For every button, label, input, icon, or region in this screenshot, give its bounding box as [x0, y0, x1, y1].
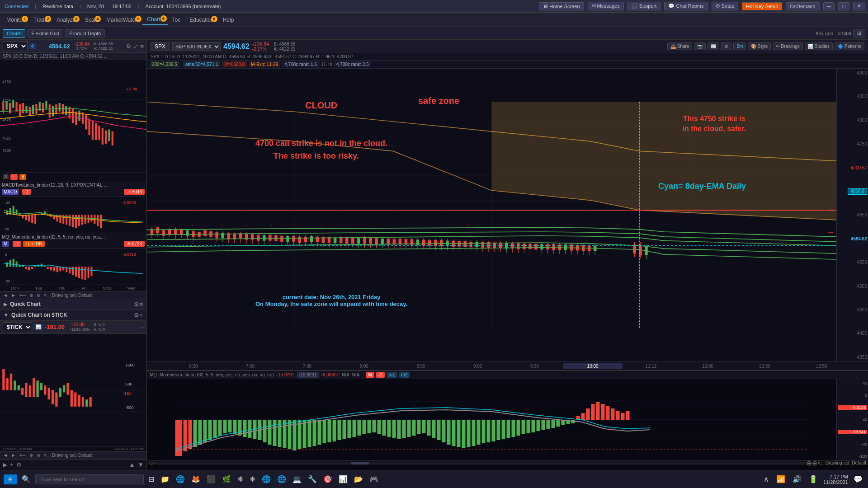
zoom-in-btn[interactable]: ⊕	[28, 292, 34, 298]
minimize-btn[interactable]: ─	[823, 2, 835, 10]
stick-prev-btn[interactable]: ◄	[2, 452, 9, 458]
chat-rooms-btn[interactable]: 💬 Chat Rooms	[664, 2, 708, 10]
collapse-down-icon[interactable]: ▼	[138, 461, 144, 468]
stick-next-btn[interactable]: ►	[10, 452, 17, 458]
stick-scroll-btn[interactable]: ⟵	[18, 452, 27, 458]
settings-icon[interactable]: ⚙	[126, 43, 132, 50]
nav-scan[interactable]: Scan4	[80, 15, 102, 25]
tf-2m-btn[interactable]: 2m	[733, 42, 746, 50]
messages-btn[interactable]: ✉ Messages	[588, 2, 624, 10]
product-depth-tab[interactable]: Product Depth	[65, 29, 105, 38]
nav-analyze[interactable]: Analyze3	[52, 15, 80, 25]
nav-help[interactable]: Help	[218, 15, 239, 25]
search-input[interactable]	[35, 474, 144, 484]
momentum-mini-chart[interactable]: -5.0723 -50 0	[0, 249, 146, 285]
nav-education[interactable]: Education8	[185, 15, 218, 25]
qc-stick-menu-icon[interactable]: ≡	[139, 312, 143, 319]
app10-icon[interactable]: 📂	[352, 474, 365, 484]
chart-expand-btn[interactable]: ⤢	[152, 460, 156, 465]
app11-icon[interactable]: 🎮	[368, 474, 380, 484]
on-demand-btn[interactable]: OnDemand	[786, 2, 819, 10]
battery-icon[interactable]: 🔋	[807, 474, 820, 484]
maximize-btn[interactable]: □	[838, 2, 849, 10]
stick-symbol-select[interactable]: $TICK	[3, 322, 32, 332]
stick-zoom-in-btn[interactable]: ⊕	[28, 452, 34, 458]
svg-rect-69	[75, 215, 77, 228]
notification-icon[interactable]: 💬	[852, 474, 864, 484]
stick-settings-icon[interactable]: ≡	[140, 324, 144, 330]
symbol-select[interactable]: SPX	[3, 41, 28, 51]
prev-btn[interactable]: ◄	[2, 292, 9, 298]
sys-tray-icon[interactable]: ∧	[762, 474, 771, 484]
patterns-btn[interactable]: 🔷 Patterns	[835, 42, 864, 50]
setup-btn[interactable]: ⚙ Setup	[712, 2, 739, 10]
app7-icon[interactable]: 🔧	[306, 474, 319, 484]
stick-mini-chart[interactable]: 1500 500 -181 -500	[0, 334, 146, 447]
momentum-svg: -5.0723 -50 0	[0, 249, 146, 285]
play-icon[interactable]: ▶	[3, 461, 7, 468]
main-symbol-select[interactable]: S&P 500 INDEX	[172, 42, 221, 51]
hotkey-setup-btn[interactable]: Hot Key Setup	[742, 2, 782, 10]
explorer-icon[interactable]: 📁	[159, 474, 171, 484]
camera-btn[interactable]: 📷	[694, 42, 706, 50]
app8-icon[interactable]: 🎯	[321, 474, 334, 484]
app4-icon[interactable]: 🌐	[260, 474, 273, 484]
settings-gear-icon[interactable]: ⚙	[16, 461, 22, 468]
chart-cursor-btn[interactable]: ↖	[817, 460, 822, 466]
settings-btn[interactable]: ⚙	[721, 42, 731, 50]
support-btn[interactable]: 🎧 Support	[627, 2, 661, 10]
edge-icon[interactable]: 🌐	[174, 474, 187, 484]
terminal-icon[interactable]: ⬛	[205, 474, 217, 484]
start-button[interactable]: ⊞	[4, 474, 17, 484]
app1-icon[interactable]: 🌿	[220, 474, 233, 484]
cursor-btn[interactable]: ↖	[42, 292, 49, 298]
firefox-icon[interactable]: 🦊	[189, 474, 202, 484]
bottom-scrollbar[interactable]: ◁ ⤢ ⊕ ⊖ ↖ Drawing set: Default	[147, 460, 868, 465]
app9-icon[interactable]: 📊	[337, 474, 349, 484]
add-icon[interactable]: +	[10, 461, 14, 468]
flexible-grid-tab[interactable]: Flexible Grid	[27, 29, 63, 38]
app2-icon[interactable]: ❄	[236, 474, 245, 484]
app6-icon[interactable]: 💻	[291, 474, 303, 484]
expand-up-icon[interactable]: ▲	[129, 461, 135, 468]
next-btn[interactable]: ►	[10, 292, 17, 298]
scroll-thumb[interactable]	[351, 462, 369, 465]
quick-chart-stick-section[interactable]: ▼ Quick Chart on $TICK ⚙ ≡	[0, 310, 146, 321]
quick-chart-section[interactable]: ▶ Quick Chart ⚙ ≡	[0, 299, 146, 310]
macd-mini-chart[interactable]: -7.5046 20 -20	[0, 197, 146, 233]
bottom-chart[interactable]: 40 0 -0.3148 -40 -18.541 -80 -100	[147, 379, 868, 460]
layout-grid-btn[interactable]: ⊞	[853, 29, 865, 38]
studies-btn[interactable]: 📊 Studies	[805, 42, 833, 50]
share-btn[interactable]: 📤 Share	[667, 42, 692, 50]
qc-settings-icon[interactable]: ⚙	[134, 301, 139, 308]
mini-chart-spx[interactable]: -13.89 4750 4725 4675 4625 4600	[0, 60, 146, 173]
nav-trade[interactable]: Trade2	[29, 15, 52, 25]
nav-monitor[interactable]: Monitor1	[2, 15, 29, 25]
stick-cursor-btn[interactable]: ↖	[42, 452, 49, 458]
volume-icon[interactable]: 🔊	[791, 474, 803, 484]
home-screen-btn[interactable]: 🖥 Home Screen	[539, 2, 584, 10]
taskview-icon[interactable]: ⊟	[146, 474, 156, 484]
stick-zoom-out-btn[interactable]: ⊖	[35, 452, 42, 458]
news-btn[interactable]: 📰	[708, 42, 719, 50]
app5-icon[interactable]: 🌐	[275, 474, 288, 484]
style-btn[interactable]: 🎨 Style	[748, 42, 771, 50]
svg-rect-72	[85, 215, 86, 224]
menu-icon[interactable]: ≡	[140, 43, 144, 50]
qc-stick-settings-icon[interactable]: ⚙	[134, 312, 139, 319]
nav-charts[interactable]: Charts6	[142, 14, 167, 25]
app3-icon[interactable]: ❄	[248, 474, 257, 484]
main-price-chart[interactable]: ↓ ↓ ↓ ↓ ↓ ↓ ↓ ↓ ↓ ↓ ↓ ↓ ↓	[147, 69, 868, 361]
drawings-btn[interactable]: ✏ Drawings	[773, 42, 802, 50]
nav-toc[interactable]: Toc	[168, 15, 185, 25]
nav-marketwatch[interactable]: MarketWatch5	[102, 15, 142, 25]
qc-menu-icon[interactable]: ≡	[139, 301, 143, 308]
charts-tab[interactable]: Charts	[3, 29, 25, 38]
scroll-left-btn[interactable]: ⟵	[18, 292, 27, 298]
chart-scroll-left-btn[interactable]: ◁	[149, 460, 152, 465]
zoom-out-btn[interactable]: ⊖	[35, 292, 42, 298]
scroll-track[interactable]	[156, 462, 807, 465]
network-icon[interactable]: 📶	[774, 474, 787, 484]
expand-icon[interactable]: ⤢	[133, 43, 138, 50]
close-btn[interactable]: ✕	[853, 2, 865, 10]
